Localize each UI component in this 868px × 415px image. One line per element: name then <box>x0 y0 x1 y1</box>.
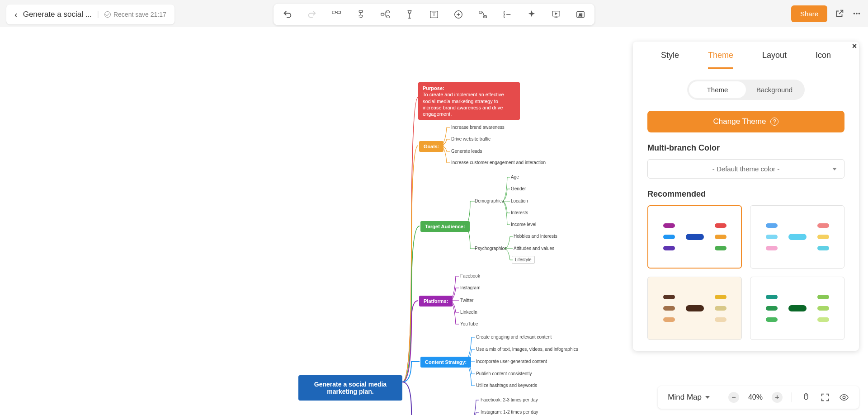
recommended-label: Recommended <box>647 189 844 199</box>
fullscreen-icon[interactable] <box>820 392 830 402</box>
leaf-node[interactable]: Twitter <box>460 298 473 303</box>
zoom-in-button[interactable]: + <box>772 392 783 403</box>
platforms-node[interactable]: Platforms: <box>419 296 453 307</box>
target-node[interactable]: Target Audience: <box>420 221 470 232</box>
leaf-node[interactable]: Gender <box>511 186 526 191</box>
add-icon[interactable] <box>453 9 463 19</box>
share-button[interactable]: Share <box>791 5 827 22</box>
leaf-node[interactable]: Interests <box>511 210 528 215</box>
color-select-value: - Default theme color - <box>712 165 779 173</box>
theme-card-1[interactable] <box>647 205 742 269</box>
leaf-node[interactable]: LinkedIn <box>460 310 477 315</box>
save-status: Recent save 21:17 <box>104 11 166 18</box>
subtab-background[interactable]: Background <box>746 81 803 98</box>
separator <box>719 392 719 402</box>
multi-branch-label: Multi-branch Color <box>647 143 844 153</box>
document-title[interactable]: Generate a social ... <box>23 10 92 19</box>
check-icon <box>104 11 111 18</box>
title-bar: ‹ Generate a social ... | Recent save 21… <box>6 5 175 24</box>
svg-point-18 <box>843 396 845 399</box>
redo-icon[interactable] <box>307 9 317 19</box>
svg-rect-2 <box>359 10 362 13</box>
leaf-node[interactable]: Utilize hashtags and keywords <box>476 383 537 388</box>
theme-panel: × Style Theme Layout Icon Theme Backgrou… <box>633 42 859 351</box>
leaf-node-selected[interactable]: Lifestyle <box>512 256 535 264</box>
ai-icon[interactable]: AI <box>576 9 585 19</box>
tab-layout[interactable]: Layout <box>762 51 787 69</box>
theme-card-2[interactable] <box>750 205 844 269</box>
leaf-node[interactable]: Publish content consistently <box>476 371 532 376</box>
root-node[interactable]: Generate a social media marketing plan. <box>298 375 402 401</box>
sub-node[interactable]: Demographics <box>475 198 504 203</box>
sparkle-icon[interactable] <box>527 9 537 19</box>
open-external-icon[interactable] <box>835 9 844 19</box>
change-theme-button[interactable]: Change Theme ? <box>647 111 844 132</box>
leaf-node[interactable]: Facebook <box>460 274 480 278</box>
svg-point-16 <box>859 13 860 14</box>
purpose-label: Purpose: <box>423 85 444 91</box>
leaf-node[interactable]: Income level <box>511 222 536 227</box>
svg-rect-0 <box>332 11 335 14</box>
more-icon[interactable] <box>852 9 862 19</box>
text-icon[interactable] <box>429 9 439 19</box>
svg-rect-9 <box>479 11 482 14</box>
undo-icon[interactable] <box>283 9 292 19</box>
leaf-node[interactable]: Attitudes and values <box>514 246 554 251</box>
eye-icon[interactable] <box>839 392 849 402</box>
svg-rect-6 <box>387 16 389 18</box>
leaf-node[interactable]: Instagram: 1-2 times per day <box>481 410 538 415</box>
back-icon[interactable]: ‹ <box>14 9 18 20</box>
theme-card-3[interactable] <box>647 277 742 340</box>
presentation-icon[interactable] <box>551 9 561 19</box>
svg-point-15 <box>856 13 858 14</box>
chevron-down-icon <box>705 396 710 399</box>
zoom-out-button[interactable]: − <box>728 392 739 403</box>
sub-toggle: Theme Background <box>687 80 805 100</box>
add-parent-icon[interactable] <box>380 9 390 19</box>
tab-theme[interactable]: Theme <box>708 51 733 69</box>
leaf-node[interactable]: YouTube <box>460 321 478 326</box>
relation-icon[interactable] <box>478 9 488 19</box>
summary-icon[interactable] <box>502 9 512 19</box>
tab-style[interactable]: Style <box>661 51 679 69</box>
separator: | <box>97 10 99 19</box>
purpose-node[interactable]: Purpose: To create and implement an effe… <box>418 82 520 120</box>
change-theme-label: Change Theme <box>713 117 766 126</box>
subtab-theme[interactable]: Theme <box>689 81 746 98</box>
save-status-text: Recent save 21:17 <box>113 11 166 18</box>
sub-node[interactable]: Psychographics <box>475 246 507 251</box>
content-node[interactable]: Content Strategy: <box>420 357 471 368</box>
help-icon: ? <box>770 118 778 126</box>
bottom-bar: Mind Map − 40% + <box>658 386 859 409</box>
theme-card-4[interactable] <box>750 277 844 340</box>
leaf-node[interactable]: Hobbies and interests <box>514 234 557 239</box>
leaf-node[interactable]: Instagram <box>460 285 480 290</box>
purpose-text: To create and implement an effective soc… <box>423 92 504 117</box>
color-select[interactable]: - Default theme color - <box>647 159 844 179</box>
svg-rect-4 <box>381 13 384 15</box>
leaf-node[interactable]: Generate leads <box>451 149 482 154</box>
mouse-icon[interactable] <box>801 392 811 402</box>
close-icon[interactable]: × <box>849 41 860 52</box>
leaf-node[interactable]: Use a mix of text, images, videos, and i… <box>476 347 578 352</box>
separator <box>792 392 792 402</box>
leaf-node[interactable]: Create engaging and relevant content <box>476 335 552 340</box>
svg-rect-3 <box>359 15 362 18</box>
leaf-node[interactable]: Incorporate user-generated content <box>476 359 547 364</box>
add-child-icon[interactable] <box>356 9 366 19</box>
leaf-node[interactable]: Facebook: 2-3 times per day <box>481 397 538 402</box>
panel-tabs: Style Theme Layout Icon <box>633 42 859 69</box>
format-icon[interactable] <box>405 9 415 19</box>
view-mode-label: Mind Map <box>668 393 702 402</box>
leaf-node[interactable]: Location <box>511 198 528 203</box>
tab-icon[interactable]: Icon <box>816 51 831 69</box>
leaf-node[interactable]: Age <box>511 174 519 179</box>
goals-node[interactable]: Goals: <box>419 141 443 152</box>
zoom-level: 40% <box>748 393 763 401</box>
add-sibling-icon[interactable] <box>331 9 341 19</box>
svg-rect-5 <box>387 11 389 13</box>
view-mode-select[interactable]: Mind Map <box>668 393 710 402</box>
leaf-node[interactable]: Drive website traffic <box>451 137 491 141</box>
leaf-node[interactable]: Increase customer engagement and interac… <box>451 160 546 165</box>
leaf-node[interactable]: Increase brand awareness <box>451 125 505 130</box>
